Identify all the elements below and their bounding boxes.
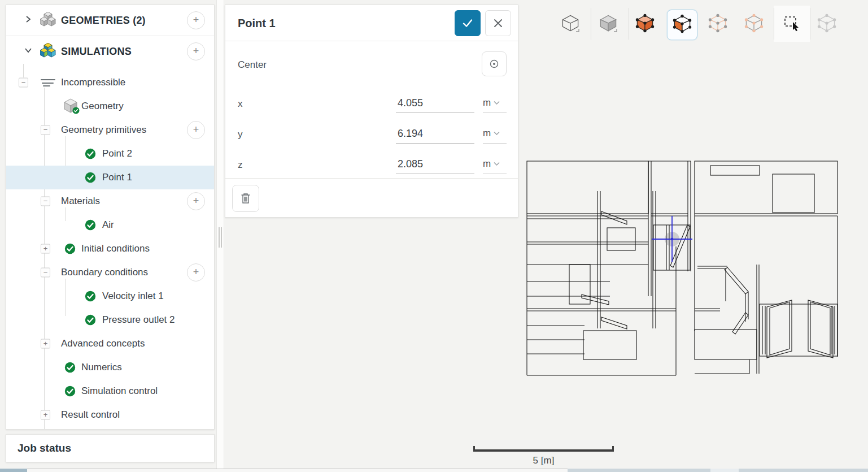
add-child-button[interactable]: + <box>187 263 205 282</box>
tree-item-air[interactable]: Air <box>6 213 214 237</box>
hidden-select-button <box>812 10 841 39</box>
tree-item-label: Velocity inlet 1 <box>102 291 164 302</box>
detail-panel-footer <box>225 178 518 217</box>
collapse-icon[interactable]: − <box>19 78 28 88</box>
geometries-cubes-icon <box>40 12 56 29</box>
box-select-button[interactable] <box>777 10 806 39</box>
status-check-icon <box>85 219 96 231</box>
volume-select-button[interactable] <box>630 10 660 39</box>
coordinate-input-x[interactable] <box>396 93 474 113</box>
unit-label: m <box>483 158 491 170</box>
unit-label: m <box>483 97 491 109</box>
status-check-icon <box>85 291 96 302</box>
add-child-button[interactable]: + <box>187 121 205 139</box>
delete-button[interactable] <box>232 185 259 212</box>
tree-item-geometry-primitives[interactable]: −Geometry primitives+ <box>6 118 214 142</box>
bottom-bar-segment <box>568 469 710 472</box>
marquee-cursor-icon <box>782 14 801 35</box>
wireframe-view-button[interactable] <box>556 10 585 39</box>
tree-item-label: Pressure outlet 2 <box>102 314 175 326</box>
unit-select-x[interactable]: m <box>483 93 507 113</box>
scale-bar-line <box>473 449 614 452</box>
detail-panel-header: Point 1 <box>225 5 518 41</box>
tree-item-initial-conditions[interactable]: +Initial conditions <box>6 237 214 261</box>
edge-select-button <box>703 10 732 39</box>
coordinate-row-y: y m <box>225 119 518 150</box>
cube-volume-dots-icon <box>635 14 655 35</box>
panel-splitter[interactable] <box>216 0 224 469</box>
coordinate-row-x: x m <box>225 89 518 119</box>
cancel-button[interactable] <box>485 10 511 36</box>
confirm-button[interactable] <box>455 10 481 36</box>
point-detail-panel: Point 1 Center x m y <box>225 5 518 218</box>
unit-label: m <box>483 128 491 139</box>
unit-select-z[interactable]: m <box>483 154 507 174</box>
tree-item-label: Geometry <box>81 101 124 112</box>
cube-wire-grey-icon <box>817 14 836 35</box>
tree-item-pressure-outlet-2[interactable]: Pressure outlet 2 <box>6 308 214 332</box>
job-status-panel[interactable]: Job status <box>6 434 215 462</box>
scale-bar-tick <box>612 446 614 452</box>
pick-point-button[interactable] <box>482 51 507 76</box>
trash-icon <box>240 192 251 205</box>
bottom-bar-segment <box>27 469 568 472</box>
tree-item-simulation-control[interactable]: Simulation control <box>6 379 214 403</box>
cube-solid-icon <box>599 14 618 35</box>
bottom-bar-segment <box>0 469 27 472</box>
tree-item-label: Advanced concepts <box>61 338 145 349</box>
tree-item-label: Air <box>102 219 114 231</box>
collapse-icon[interactable]: − <box>41 268 50 278</box>
toolbar-divider <box>774 8 774 40</box>
add-child-button[interactable]: + <box>187 192 205 210</box>
tree-item-incompressible[interactable]: −Incompressible <box>6 71 214 94</box>
point-marker <box>652 216 692 262</box>
tree-item-result-control[interactable]: +Result control <box>6 403 214 427</box>
chevron-down-icon <box>494 131 500 136</box>
sidebar-section-geometries[interactable]: GEOMETRIES (2) + <box>6 5 214 36</box>
solid-view-button[interactable] <box>594 10 623 39</box>
status-check-icon <box>64 362 76 373</box>
tree-item-numerics[interactable]: Numerics <box>6 356 214 379</box>
geometry-cube-icon <box>63 98 80 115</box>
chevron-down-icon <box>494 101 500 105</box>
chevron-right-icon[interactable] <box>24 15 32 25</box>
expand-icon[interactable]: + <box>41 244 50 254</box>
tree-item-point-2[interactable]: Point 2 <box>6 142 214 166</box>
toolbar-divider <box>629 8 629 40</box>
chevron-down-icon[interactable] <box>24 46 32 57</box>
vertex-select-button <box>739 10 769 39</box>
collapse-icon[interactable]: − <box>41 197 50 206</box>
cube-face-dots-icon <box>673 14 692 36</box>
tree-item-velocity-inlet-1[interactable]: Velocity inlet 1 <box>6 284 214 308</box>
add-geometry-button[interactable]: + <box>187 11 205 29</box>
close-icon <box>493 18 503 28</box>
tree-item-boundary-conditions[interactable]: −Boundary conditions+ <box>6 261 214 284</box>
tree-item-advanced-concepts[interactable]: +Advanced concepts <box>6 332 214 356</box>
coordinate-input-z[interactable] <box>396 154 474 174</box>
viewer-toolbar <box>542 0 868 47</box>
toolbar-divider <box>591 8 591 40</box>
scale-bar-label: 5 [m] <box>473 455 614 466</box>
tree-item-point-1[interactable]: Point 1 <box>6 166 214 189</box>
wireframe-drawing[interactable] <box>525 159 843 380</box>
tree-item-label: Materials <box>61 196 100 207</box>
simulations-cubes-icon <box>40 43 56 60</box>
expand-icon[interactable]: + <box>41 410 50 420</box>
tree-item-geometry[interactable]: Geometry <box>6 94 214 118</box>
collapse-icon[interactable]: − <box>41 125 50 135</box>
tree-item-materials[interactable]: −Materials+ <box>6 189 214 213</box>
unit-select-y[interactable]: m <box>483 124 507 144</box>
coordinate-input-y[interactable] <box>396 124 474 144</box>
cube-outline-icon <box>561 14 580 35</box>
status-check-icon <box>64 243 76 254</box>
sidebar-section-simulations[interactable]: SIMULATIONS + <box>6 36 214 67</box>
bottom-bar-segment <box>710 469 739 472</box>
coordinate-row-z: z m <box>225 150 518 180</box>
simulation-tree-panel: GEOMETRIES (2) + SIMULATIONS + −Incompre… <box>6 5 215 430</box>
add-simulation-button[interactable]: + <box>187 42 205 60</box>
expand-icon[interactable]: + <box>41 339 50 349</box>
face-select-button[interactable] <box>667 10 697 40</box>
tree-item-partial <box>67 429 71 430</box>
status-check-icon <box>85 314 96 326</box>
center-section-label: Center <box>238 59 267 71</box>
